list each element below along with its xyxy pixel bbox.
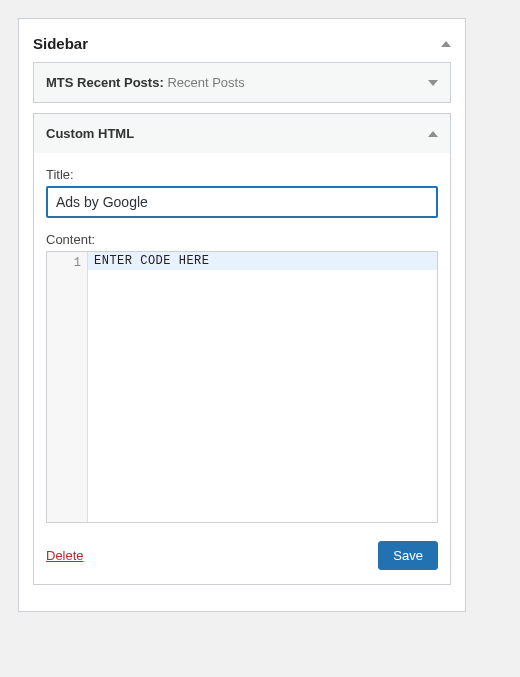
save-button[interactable]: Save: [378, 541, 438, 570]
widget-actions: Delete Save: [46, 541, 438, 570]
widget-mts-recent-posts: MTS Recent Posts: Recent Posts: [33, 62, 451, 103]
sidebar-title: Sidebar: [33, 35, 88, 52]
chevron-down-icon: [428, 80, 438, 86]
code-line: ENTER CODE HERE: [88, 252, 437, 270]
sidebar-panel: Sidebar MTS Recent Posts: Recent Posts C…: [18, 18, 466, 612]
chevron-up-icon: [428, 131, 438, 137]
delete-link[interactable]: Delete: [46, 548, 84, 563]
widget-header-custom-html[interactable]: Custom HTML: [34, 114, 450, 153]
line-number: 1: [47, 256, 81, 270]
widget-name-sub: Recent Posts: [167, 75, 244, 90]
widget-name-main: MTS Recent Posts:: [46, 75, 164, 90]
content-label: Content:: [46, 232, 438, 247]
widget-name-custom-html: Custom HTML: [46, 126, 134, 141]
widget-name-recent: MTS Recent Posts: Recent Posts: [46, 75, 245, 90]
title-label: Title:: [46, 167, 438, 182]
code-editor[interactable]: 1 ENTER CODE HERE: [46, 251, 438, 523]
widget-header-recent[interactable]: MTS Recent Posts: Recent Posts: [34, 63, 450, 102]
widget-custom-html: Custom HTML Title: Content: 1 ENTER CODE…: [33, 113, 451, 585]
title-input[interactable]: [46, 186, 438, 218]
sidebar-header[interactable]: Sidebar: [33, 31, 451, 62]
code-gutter: 1: [47, 252, 88, 522]
code-area[interactable]: ENTER CODE HERE: [88, 252, 437, 522]
widget-body-custom-html: Title: Content: 1 ENTER CODE HERE Delete…: [34, 153, 450, 584]
chevron-up-icon: [441, 41, 451, 47]
